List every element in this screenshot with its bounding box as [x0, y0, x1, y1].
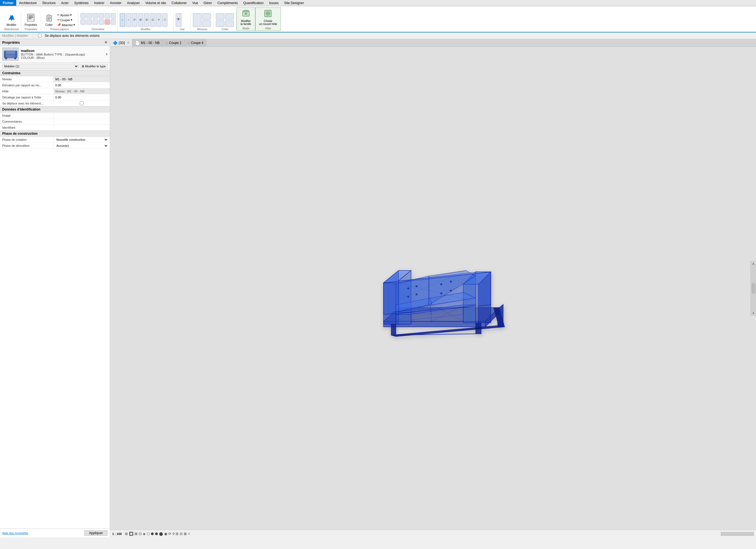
tab-coupe4[interactable]: ◇ Coupe 4: [185, 39, 206, 46]
section-donnees-identification[interactable]: Données d'identification: [0, 106, 110, 113]
image-input[interactable]: [55, 114, 108, 117]
prop-value-elevation[interactable]: [54, 82, 110, 88]
svg-text:↕: ↕: [128, 18, 129, 21]
couper-button[interactable]: ✂ Couper ▾: [56, 18, 76, 22]
status-icon-5[interactable]: ◈: [143, 532, 146, 536]
elevation-input[interactable]: [55, 84, 108, 87]
svg-rect-47: [243, 10, 248, 12]
menu-complements[interactable]: Compléments: [215, 0, 241, 6]
svg-point-82: [450, 281, 452, 282]
scroll-thumb[interactable]: [752, 283, 755, 294]
menu-site-designer[interactable]: Site Designer: [281, 0, 307, 6]
commentaires-input[interactable]: [55, 120, 108, 123]
decalage-input[interactable]: [55, 96, 108, 99]
menu-volume-site[interactable]: Volume et site: [143, 0, 169, 6]
svg-rect-57: [5, 57, 7, 59]
prop-value-phase-demolition[interactable]: Aucun(e): [54, 143, 110, 149]
ribbon-buttons-selectionner: Modifier: [5, 12, 18, 27]
coller-button[interactable]: Coller: [43, 12, 55, 27]
apply-button[interactable]: Appliquer: [84, 530, 108, 536]
menu-issues[interactable]: Issues: [266, 0, 281, 6]
move-with-neighbors-checkbox[interactable]: [38, 34, 42, 37]
status-icon-3[interactable]: ⊠: [135, 532, 138, 536]
tab-3d-label: {3D}: [119, 41, 125, 45]
status-icon-6[interactable]: ⬡: [147, 532, 150, 536]
scroll-indicator[interactable]: ▲ ▼: [750, 261, 756, 316]
identifiant-input[interactable]: [55, 126, 108, 129]
ribbon-group-hote: Choisirun nouvel hôte Hôte: [255, 7, 281, 31]
ajuster-button[interactable]: ✂ Ajuster ▾: [56, 13, 76, 17]
se-deplace-checkbox[interactable]: [55, 102, 108, 105]
status-icon-15[interactable]: ⊠: [184, 532, 187, 536]
status-icon-7[interactable]: ⬢: [151, 532, 154, 536]
modify-type-button[interactable]: ⊞ Modifier le type: [80, 64, 108, 69]
menubar: Fichier Architecture Structure Acier Sys…: [0, 0, 756, 6]
menu-analyser[interactable]: Analyser: [124, 0, 143, 6]
menu-quantification[interactable]: Quantification: [241, 0, 266, 6]
menu-acier[interactable]: Acier: [58, 0, 71, 6]
hote-group-label: Hôte: [265, 27, 271, 30]
status-icon-2[interactable]: 🔲: [129, 532, 133, 536]
menu-systemes[interactable]: Systèmes: [71, 0, 91, 6]
modifier-button[interactable]: Modifier: [5, 12, 18, 27]
menu-architecture[interactable]: Architecture: [16, 0, 39, 6]
status-icon-14[interactable]: ⊟: [180, 532, 183, 536]
status-icon-10[interactable]: ◉: [164, 532, 167, 536]
prop-value-identifiant[interactable]: [54, 125, 110, 130]
tab-3d[interactable]: 🔷 {3D} ✕: [110, 39, 132, 46]
ribbon-group-selectionner: Modifier Sélectionner: [2, 12, 21, 31]
scroll-up-icon[interactable]: ▲: [752, 262, 755, 265]
menu-vue[interactable]: Vue: [190, 0, 201, 6]
status-icon-8[interactable]: ⬣: [155, 532, 158, 536]
menu-annoter[interactable]: Annoter: [107, 0, 124, 6]
ribbon-buttons-creer: [215, 13, 235, 27]
svg-rect-5: [48, 15, 50, 16]
svg-rect-58: [14, 57, 16, 59]
menu-inserer[interactable]: Insérer: [91, 0, 107, 6]
tab-3d-close[interactable]: ✕: [127, 41, 129, 44]
prop-value-niveau[interactable]: M1 - 00 - NB: [54, 76, 110, 82]
tab-coupe4-label: Coupe 4: [191, 41, 203, 45]
geometry-tools-icon: [80, 13, 116, 27]
prop-value-decalage[interactable]: [54, 94, 110, 100]
status-icon-9[interactable]: ⬤: [159, 532, 163, 536]
panel-close-button[interactable]: ✕: [104, 40, 108, 45]
choisir-hote-button[interactable]: Choisirun nouvel hôte: [257, 8, 279, 26]
proprietes-button[interactable]: Propriétés: [23, 12, 39, 27]
status-icon-1[interactable]: ⊞: [125, 532, 128, 536]
menu-fichier[interactable]: Fichier: [0, 0, 16, 6]
status-icon-less[interactable]: <: [188, 532, 190, 536]
menu-structure[interactable]: Structure: [39, 0, 58, 6]
status-icon-12[interactable]: 9: [172, 532, 174, 536]
element-dropdown-arrow[interactable]: ▾: [106, 52, 108, 56]
attacher-button[interactable]: 📌 Attacher ▾: [56, 23, 76, 27]
tab-m1[interactable]: 📄 M1 - 00 - NB: [132, 39, 163, 46]
canvas-3d[interactable]: ▲ ▼: [110, 47, 756, 530]
phase-creation-select[interactable]: Nouvelle construction: [55, 138, 108, 142]
status-icon-4[interactable]: ⊡: [139, 532, 142, 536]
menu-gerer[interactable]: Gérer: [201, 0, 215, 6]
phase-demolition-select[interactable]: Aucun(e): [55, 144, 108, 148]
ribbon-group-mode: ⊞ Modifierla famille Mode: [237, 7, 255, 31]
scroll-down-icon[interactable]: ▼: [752, 312, 755, 315]
svg-rect-14: [111, 13, 116, 18]
prop-row-elevation: Élévation par rapport au niv...: [0, 82, 110, 88]
prop-value-commentaires[interactable]: [54, 119, 110, 124]
proprietes-label: Propriétés: [25, 23, 37, 26]
status-icon-13[interactable]: ⊞: [176, 532, 179, 536]
prop-value-image[interactable]: [54, 113, 110, 118]
prop-value-phase-creation[interactable]: Nouvelle construction: [54, 137, 110, 142]
section-phase-construction[interactable]: Phase de construction: [0, 131, 110, 137]
modifier-famille-button[interactable]: ⊞ Modifierla famille: [239, 8, 253, 26]
proprietes-icon: [26, 13, 35, 23]
prop-row-image: Image: [0, 113, 110, 119]
svg-text:⊞: ⊞: [245, 12, 247, 15]
menu-collaborer[interactable]: Collaborer: [169, 0, 190, 6]
aide-proprietes-link[interactable]: Aide des propriétés: [2, 531, 28, 535]
prop-value-se-deplace[interactable]: [54, 100, 110, 106]
svg-rect-54: [4, 51, 17, 54]
tab-coupe1[interactable]: ◇ Coupe 1: [163, 39, 184, 46]
instance-type-select[interactable]: Mobilier (1): [2, 64, 79, 69]
status-icon-11[interactable]: ⟳: [168, 532, 171, 536]
section-contraintes[interactable]: Contraintes: [0, 70, 110, 76]
